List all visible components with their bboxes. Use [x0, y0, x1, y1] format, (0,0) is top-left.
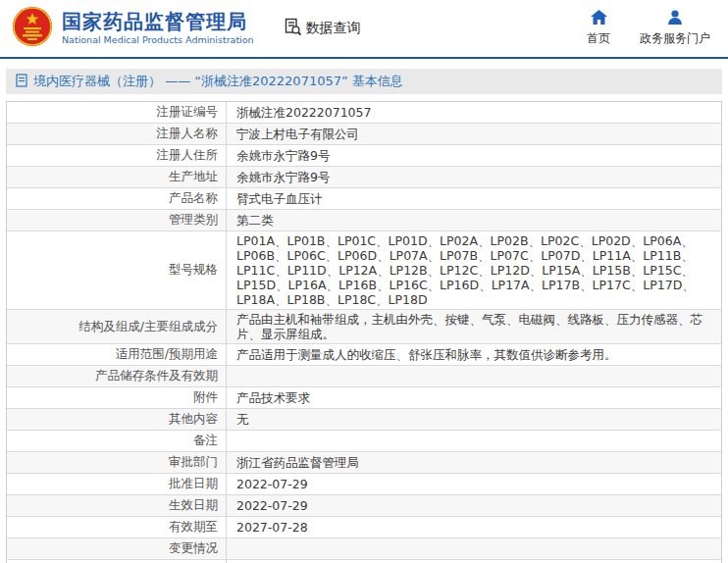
row-label-text: 审批部门: [169, 454, 218, 471]
nav-home[interactable]: 首页: [587, 10, 610, 47]
row-label-text: 其他内容: [169, 411, 218, 428]
row-value-text: 浙江省药品监督管理局: [236, 455, 359, 470]
row-label: 审批部门: [7, 452, 227, 473]
row-value-text: 臂式电子血压计: [236, 191, 323, 206]
row-value: 产品技术要求: [227, 387, 721, 408]
site-header: 国家药品监督管理局 National Medical Products Admi…: [0, 0, 728, 57]
row-label-text: 生效日期: [169, 497, 218, 514]
row-value: LP01A、LP01B、LP01C、LP01D、LP02A、LP02B、LP02…: [227, 231, 721, 309]
row-label: 生效日期: [7, 495, 227, 516]
row-value-text: 余姚市永宁路9号: [236, 170, 330, 184]
nav-portal-label: 政务服务门户: [640, 30, 710, 47]
row-value: 宁波上村电子有限公司: [227, 124, 721, 144]
row-value-text: 余姚市永宁路9号: [236, 148, 330, 163]
row-label-text: 结构及组成/主要组成成分: [78, 319, 218, 335]
nav-portal[interactable]: 政务服务门户: [640, 10, 710, 47]
table-row: 变更情况: [7, 538, 721, 560]
nav-home-label: 首页: [587, 30, 610, 47]
row-value: 产品适用于测量成人的收缩压、舒张压和脉率，其数值供诊断参考用。: [227, 344, 721, 365]
row-label: 备注: [7, 431, 227, 451]
row-value: 无: [227, 409, 721, 430]
table-row: 注册人名称宁波上村电子有限公司: [7, 124, 721, 145]
row-label: 注册人住所: [7, 145, 227, 166]
row-label-text: 附件: [193, 389, 218, 406]
row-label-text: 注册证编号: [157, 104, 219, 121]
page-title: 境内医疗器械（注册） —— “浙械注准20222071057” 基本信息: [33, 73, 403, 90]
info-table: 注册证编号浙械注准20222071057注册人名称宁波上村电子有限公司注册人住所…: [6, 101, 722, 563]
row-value: 臂式电子血压计: [227, 188, 721, 209]
row-value-text: 宁波上村电子有限公司: [236, 127, 359, 141]
row-label: 产品储存条件及有效期: [7, 366, 227, 386]
row-label-text: 产品名称: [169, 190, 218, 207]
row-value: [227, 366, 721, 386]
row-value-text: 产品适用于测量成人的收缩压、舒张压和脉率，其数值供诊断参考用。: [236, 347, 617, 362]
nav-data-query[interactable]: 数据查询: [284, 18, 361, 39]
row-label-text: 型号规格: [169, 262, 218, 279]
row-value: 2022-07-29: [227, 495, 721, 516]
row-value: 浙械注准20222071057: [227, 102, 721, 123]
row-value-text: 浙械注准20222071057: [236, 105, 371, 120]
row-label: 批准日期: [7, 474, 227, 494]
table-row: 生产地址余姚市永宁路9号: [7, 167, 721, 188]
row-label: 管理类别: [7, 210, 227, 230]
row-value: 产品由主机和袖带组成，主机由外壳、按键、气泵、电磁阀、线路板、压力传感器、芯片、…: [227, 310, 721, 343]
table-row: 批准日期2022-07-29: [7, 474, 721, 495]
table-row: 型号规格LP01A、LP01B、LP01C、LP01D、LP02A、LP02B、…: [7, 231, 721, 310]
row-label: 注册证编号: [7, 102, 227, 123]
table-row: 生效日期2022-07-29: [7, 495, 721, 517]
row-label-text: 备注: [193, 433, 218, 449]
row-label: 适用范围/预期用途: [7, 344, 227, 365]
row-value: [227, 431, 721, 451]
table-row: 备注: [7, 431, 721, 452]
table-row: 产品储存条件及有效期: [7, 366, 721, 387]
row-label: 其他内容: [7, 409, 227, 430]
table-row: 管理类别第二类: [7, 210, 721, 231]
table-row: 有效期至2027-07-28: [7, 517, 721, 538]
row-value: 2022-07-29: [227, 474, 721, 494]
agency-name-en: National Medical Products Administration: [62, 35, 254, 46]
table-row: 适用范围/预期用途产品适用于测量成人的收缩压、舒张压和脉率，其数值供诊断参考用。: [7, 344, 721, 366]
row-label: 注册人名称: [7, 124, 227, 144]
brand-logo[interactable]: 国家药品监督管理局 National Medical Products Admi…: [12, 6, 254, 51]
agency-name-cn: 国家药品监督管理局: [62, 11, 254, 33]
row-label: 产品名称: [7, 188, 227, 209]
row-label-text: 变更情况: [169, 540, 218, 557]
header-right-nav: 首页 政务服务门户: [587, 10, 714, 47]
row-value-text: 2022-07-29: [236, 498, 308, 513]
table-row: 其他内容无: [7, 409, 721, 431]
row-label: 型号规格: [7, 231, 227, 309]
row-label-text: 注册人住所: [157, 147, 219, 164]
national-emblem-icon: [12, 6, 53, 51]
table-row: 结构及组成/主要组成成分产品由主机和袖带组成，主机由外壳、按键、气泵、电磁阀、线…: [7, 310, 721, 344]
row-value: 浙江省药品监督管理局: [227, 452, 721, 473]
page: 国家药品监督管理局 National Medical Products Admi…: [0, 0, 728, 563]
row-label-text: 批准日期: [169, 476, 218, 492]
row-label-text: 有效期至: [169, 519, 218, 536]
page-title-bar: 境内医疗器械（注册） —— “浙械注准20222071057” 基本信息: [6, 69, 722, 94]
row-value-text: 无: [236, 412, 249, 427]
row-label: 生产地址: [7, 167, 227, 187]
row-label: 结构及组成/主要组成成分: [7, 310, 227, 343]
document-search-icon: [284, 18, 302, 39]
row-label-text: 生产地址: [169, 169, 218, 185]
home-icon: [591, 10, 607, 27]
row-value: 第二类: [227, 210, 721, 230]
table-row: 审批部门浙江省药品监督管理局: [7, 452, 721, 474]
document-icon: [16, 74, 27, 90]
row-value: [227, 538, 721, 559]
table-row: 附件产品技术要求: [7, 387, 721, 409]
table-row: 注册人住所余姚市永宁路9号: [7, 145, 721, 167]
person-icon: [667, 10, 683, 27]
row-label: 附件: [7, 387, 227, 408]
row-value-text: 2027-07-28: [236, 520, 308, 535]
row-label-text: 管理类别: [169, 212, 218, 229]
row-label-text: 产品储存条件及有效期: [95, 368, 218, 384]
row-value: 余姚市永宁路9号: [227, 145, 721, 166]
main-content: 境内医疗器械（注册） —— “浙械注准20222071057” 基本信息 注册证…: [0, 59, 728, 563]
table-row: 注册证编号浙械注准20222071057: [7, 102, 721, 124]
row-value-text: 2022-07-29: [236, 477, 308, 491]
table-row: 产品名称臂式电子血压计: [7, 188, 721, 210]
row-value-text: 产品由主机和袖带组成，主机由外壳、按键、气泵、电磁阀、线路板、压力传感器、芯片、…: [236, 312, 711, 341]
row-value-text: LP01A、LP01B、LP01C、LP01D、LP02A、LP02B、LP02…: [236, 233, 711, 307]
row-label-text: 注册人名称: [157, 126, 219, 142]
